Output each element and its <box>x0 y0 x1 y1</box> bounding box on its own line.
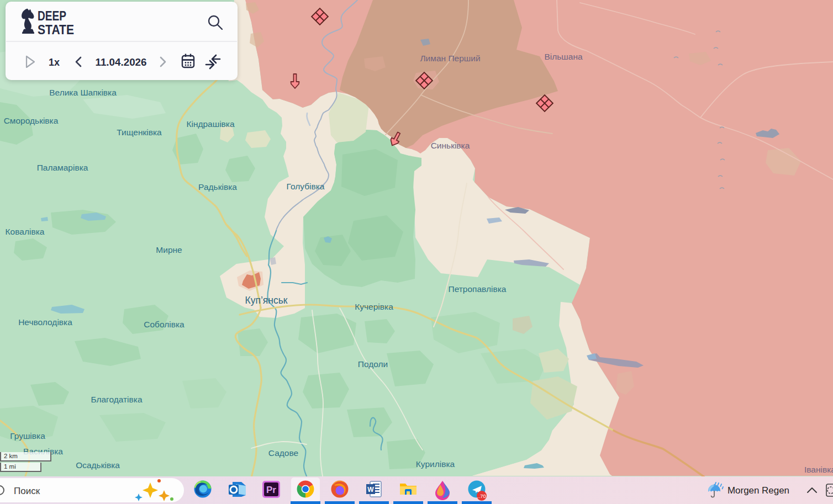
svg-text:Нечволодівка: Нечволодівка <box>18 317 72 327</box>
svg-text:Pr: Pr <box>266 485 276 495</box>
svg-text:STATE: STATE <box>38 23 74 37</box>
svg-text:Осадьківка: Осадьківка <box>76 460 120 470</box>
svg-text:Мирне: Мирне <box>156 245 182 254</box>
svg-text:..70: ..70 <box>477 493 486 499</box>
svg-text:Голубівка: Голубівка <box>287 182 325 191</box>
svg-text:Подоли: Подоли <box>358 359 388 369</box>
svg-text:Соболівка: Соболівка <box>144 320 184 329</box>
svg-text:Morgen Regen: Morgen Regen <box>727 486 789 495</box>
svg-text:Вільшана: Вільшана <box>544 52 583 61</box>
svg-text:1x: 1x <box>49 57 60 68</box>
svg-text:Кучерівка: Кучерівка <box>355 302 393 311</box>
svg-text:Ковалівка: Ковалівка <box>6 227 45 236</box>
svg-text:Лиман Перший: Лиман Перший <box>420 54 480 63</box>
svg-text:Смородьківка: Смородьківка <box>4 116 59 125</box>
svg-text:Благодатівка: Благодатівка <box>91 395 142 404</box>
svg-text:Кіндрашівка: Кіндрашівка <box>186 119 235 129</box>
svg-text:Паламарівка: Паламарівка <box>37 163 88 172</box>
svg-text:Курилівка: Курилівка <box>416 459 455 469</box>
svg-text:Іванівка: Іванівка <box>804 465 833 474</box>
svg-text:Велика Шапківка: Велика Шапківка <box>49 88 117 97</box>
svg-text:DEEP: DEEP <box>38 9 66 23</box>
svg-text:Садове: Садове <box>268 448 298 458</box>
svg-text:W: W <box>367 486 374 494</box>
svg-text:Синьківка: Синьківка <box>431 141 470 150</box>
svg-text:Куп’янськ: Куп’янськ <box>245 295 288 306</box>
svg-text:Грушівка: Грушівка <box>10 431 45 441</box>
svg-text:Тищенківка: Тищенківка <box>117 128 162 137</box>
svg-text:Радьківка: Радьківка <box>198 182 237 192</box>
svg-text:Поиск: Поиск <box>14 486 40 496</box>
svg-text:Петропавлівка: Петропавлівка <box>449 284 507 294</box>
svg-text:11.04.2026: 11.04.2026 <box>96 56 147 68</box>
